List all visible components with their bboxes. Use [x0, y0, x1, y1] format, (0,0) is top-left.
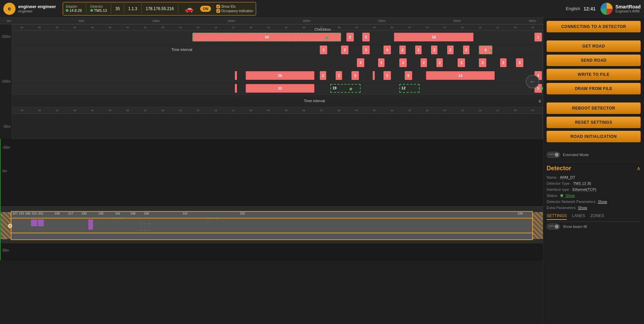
block-3b: 3: [320, 46, 327, 54]
show-ids-checkbox[interactable]: Show IDs: [216, 5, 253, 8]
thin-bar-3: [235, 84, 237, 93]
thin-bar-1: [235, 71, 237, 80]
tab-lanes[interactable]: LANES: [572, 213, 585, 220]
thin-bar-2: [373, 71, 375, 80]
language-selector[interactable]: English: [566, 6, 580, 11]
time-interval-label-2: Time interval: [304, 99, 325, 103]
gap2: [547, 97, 641, 100]
divider2: [111, 4, 111, 14]
detector-type-row: Detector Type : TMS.13 35: [547, 181, 641, 186]
main-content: 0m 50m 100m 150m 200m 250m 300m 350m -15…: [0, 18, 644, 324]
brand-name: SmartRoad: [615, 4, 641, 9]
detector-status-section: Detector TMS.13: [90, 5, 107, 12]
code2: 1.1.3: [128, 6, 137, 11]
green-dot-3: [349, 88, 352, 90]
get-road-button[interactable]: GET ROAD: [547, 40, 641, 52]
block-2j: 2: [320, 71, 326, 80]
gap1: [547, 35, 641, 38]
gray-arrow-2: →→→: [139, 228, 151, 233]
detector-name-row: Name : ARM_DT: [547, 175, 641, 180]
back-button[interactable]: ←: [526, 75, 539, 88]
track-row-4: 26 2 2 5 5 6 14 4: [12, 69, 543, 82]
divider5: [178, 4, 178, 14]
show-beam-toggle[interactable]: OFF: [547, 224, 560, 230]
right-panel: CONNECTING TO A DETECTOR GET ROAD SEND R…: [543, 18, 644, 324]
divider4: [141, 4, 142, 14]
user-section: e engineer engineer engineer: [3, 3, 56, 15]
send-road-button[interactable]: SEND ROAD: [547, 55, 641, 66]
block-2b: 2: [415, 46, 422, 54]
track-row-2: 3 3 3 4 2 2 2 2 2 6 Time interval: [12, 43, 543, 56]
detector-type-value: TMS.13 35: [573, 181, 591, 186]
user-name: engineer engineer: [18, 4, 56, 9]
viz-area: 0m 50m 100m 150m 200m 250m 300m 350m -15…: [0, 18, 543, 324]
y-label-neg50: -50m: [2, 146, 10, 149]
reboot-detector-button[interactable]: REBOOT DETECTOR: [547, 102, 641, 114]
tab-settings[interactable]: SETTINGS: [547, 213, 567, 220]
user-avatar: e: [3, 3, 16, 15]
green-arrow-2: →→→: [206, 216, 218, 221]
network-label: Detector Network Parameters:: [547, 200, 596, 204]
on-toggle[interactable]: ON: [200, 6, 211, 12]
block-2d: 2: [447, 46, 454, 54]
num-12: 12: [401, 86, 405, 90]
block-2g: 2: [421, 58, 427, 67]
block-1a: 1: [534, 33, 542, 41]
track-area: -150m -100m -50m 00565248444036322824201…: [0, 24, 543, 139]
collapse-icon[interactable]: ∧: [637, 165, 641, 172]
track-row-5: 33 19 12 5: [12, 82, 543, 95]
top-bar: e engineer engineer engineer Adapter 14.…: [0, 0, 644, 18]
orange-circle: [8, 224, 12, 228]
inner-ruler-top: 0056524844403632282420161208040056524844…: [12, 25, 543, 31]
track-label-6: 6: [539, 99, 541, 103]
detector-name-value: ARM_DT: [560, 175, 575, 180]
track-row-6: Time interval 6: [12, 95, 543, 108]
block-4b: 4: [357, 58, 364, 67]
network-value[interactable]: Show: [598, 200, 607, 204]
block-3a: 3: [346, 33, 354, 41]
num-238: 238: [130, 212, 135, 215]
road-shoulder-right: [533, 212, 543, 239]
extended-mode-toggle[interactable]: OFF: [547, 152, 560, 158]
draw-from-file-button[interactable]: DRAW FROM FILE: [547, 83, 641, 94]
gap3: [547, 145, 641, 148]
network-params-row: Detector Network Parameters: Show: [547, 200, 641, 204]
connect-detector-button[interactable]: CONNECTING TO A DETECTOR: [547, 21, 641, 32]
dashed-box-12: 12: [399, 84, 420, 93]
block-5b: 5: [516, 58, 523, 67]
occupancy-checkbox[interactable]: Occupancy indication: [216, 9, 253, 13]
interface-value: Ethernet(TCP): [573, 187, 596, 192]
block-18: 18: [394, 33, 473, 41]
block-2k: 2: [336, 71, 342, 80]
dashed-box-19: 19: [330, 84, 361, 93]
write-file-button[interactable]: WRITE TO FILE: [547, 69, 641, 80]
status-row: Status : Show: [547, 194, 641, 198]
num-230: 230: [82, 212, 87, 215]
brand-text: SmartRoad Engineer's ARM: [615, 4, 641, 13]
detector-type-label: Detector Type :: [547, 181, 572, 186]
block-33: 33: [246, 84, 315, 93]
purple-car-3: [88, 219, 93, 230]
extra-value[interactable]: Show: [578, 206, 587, 210]
block-3c: 3: [341, 46, 348, 54]
ruler-marks: 0m 50m 100m 150m 200m 250m 300m 350m: [0, 19, 543, 23]
interface-row: Interface type : Ethernet(TCP): [547, 187, 641, 192]
divider3: [124, 4, 124, 14]
tabs-row: SETTINGS LANES ZONES: [547, 213, 641, 222]
reset-settings-button[interactable]: RESET SETTINGS: [547, 117, 641, 128]
num-242: 242: [183, 212, 188, 215]
inner-ruler-bottom: 0056524844403632282420161208040056524844…: [12, 108, 543, 114]
block-2i: 2: [500, 58, 507, 67]
tab-zones[interactable]: ZONES: [590, 213, 604, 220]
brand-sub: Engineer's ARM: [615, 9, 641, 13]
green-dot-2: [490, 49, 492, 52]
num-217: 217: [68, 212, 73, 215]
block-3e: 3: [399, 58, 407, 67]
block-5c: 5: [351, 71, 359, 80]
extra-params-row: Extra Parameters: Show: [547, 206, 641, 210]
detector-status-value: TMS.13: [90, 8, 107, 12]
time-interval-label: Time interval: [171, 48, 192, 52]
detector-title: Detector ∧: [547, 165, 641, 172]
gray-arrow-1: →→→: [139, 221, 151, 226]
road-initialization-button[interactable]: ROAD INITIALIZATION: [547, 131, 641, 142]
